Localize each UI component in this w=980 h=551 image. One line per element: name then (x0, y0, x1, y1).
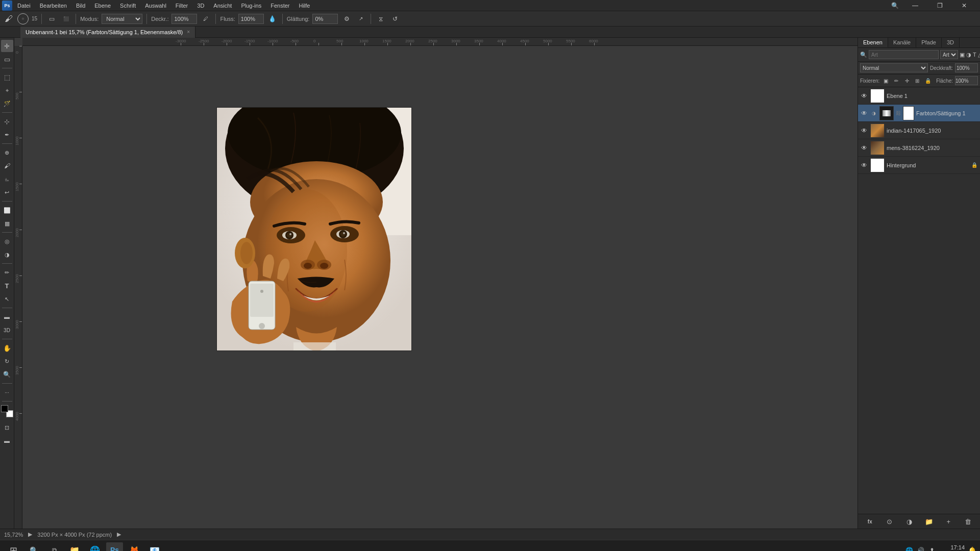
tray-network-icon[interactable]: 🌐 (905, 546, 914, 552)
brush-tool[interactable]: 🖌 (1, 160, 13, 172)
symmetry-btn[interactable]: ⧖ (375, 13, 386, 24)
taskbar-app-explorer[interactable]: 📁 (65, 542, 84, 552)
shape-tool[interactable]: ▬ (1, 311, 13, 323)
healing-tool[interactable]: ⊕ (1, 146, 13, 159)
blend-mode-select[interactable]: Normal (860, 63, 928, 72)
lock-gradient-btn[interactable]: ✏ (892, 76, 901, 85)
layer-filter-input[interactable] (869, 50, 939, 59)
layer-new-btn[interactable]: + (943, 516, 953, 527)
tab-close-btn[interactable]: × (187, 29, 190, 35)
pen-tool[interactable]: ✏ (1, 266, 13, 279)
lock-all-btn[interactable]: 🔒 (924, 76, 933, 85)
artboard-tool[interactable]: ▭ (1, 53, 13, 65)
taskbar-app-ps[interactable]: Ps (106, 542, 123, 552)
lasso-tool[interactable]: ⌖ (1, 84, 13, 96)
menu-fenster[interactable]: Fenster (266, 2, 293, 10)
layer-visibility-toggle[interactable]: 👁 (860, 161, 868, 169)
quick-select-tool[interactable]: 🪄 (1, 97, 13, 110)
fluss-input[interactable] (238, 14, 264, 24)
menu-bearbeiten[interactable]: Bearbeiten (36, 2, 71, 10)
layer-item[interactable]: 👁 ◑ ⛓ Farbton/Sättigung 1 (858, 105, 980, 122)
layer-adjustment-btn[interactable]: ◑ (904, 516, 914, 527)
brush-preset-dots[interactable]: ⬛ (60, 13, 71, 24)
glattung-input[interactable] (312, 14, 338, 24)
foreground-color-swatch[interactable] (1, 405, 8, 412)
brush-preset-btn[interactable]: ▭ (46, 13, 57, 24)
path-select-tool[interactable]: ↖ (1, 293, 13, 305)
taskbar-app-edge[interactable]: 🌐 (86, 542, 104, 552)
tray-battery-icon[interactable]: ⬆ (928, 546, 936, 552)
lock-position-btn[interactable]: ✛ (902, 76, 911, 85)
layer-visibility-toggle[interactable]: 👁 (860, 144, 868, 152)
flache-input[interactable] (955, 76, 978, 85)
dodge-tool[interactable]: ◑ (1, 248, 13, 261)
menu-schrift[interactable]: Schrift (116, 2, 140, 10)
3d-tool[interactable]: 3D (1, 324, 13, 336)
status-arrow[interactable]: ▶ (28, 531, 32, 538)
layer-fx-btn[interactable]: fx (865, 516, 875, 527)
minimize-button[interactable]: — (903, 0, 927, 11)
notification-icon[interactable]: 🔔 (968, 546, 976, 552)
history-brush-tool[interactable]: ↩ (1, 186, 13, 198)
menu-3d[interactable]: 3D (193, 2, 208, 10)
menu-bild[interactable]: Bild (72, 2, 89, 10)
marquee-tool[interactable]: ⬚ (1, 71, 13, 83)
layer-visibility-toggle[interactable]: 👁 (860, 109, 868, 117)
maximize-button[interactable]: ❐ (928, 0, 951, 11)
tray-volume-icon[interactable]: 🔊 (917, 546, 925, 552)
rotate-view-tool[interactable]: ↻ (1, 355, 13, 367)
move-tool[interactable]: ✛ (1, 40, 13, 52)
layer-item[interactable]: 👁 mens-3816224_1920 (858, 139, 980, 157)
panel-tab-ebenen[interactable]: Ebenen (858, 38, 888, 47)
deckraft-input[interactable] (172, 14, 197, 24)
deckkraft-input[interactable] (955, 63, 978, 72)
screen-mode-btn[interactable]: ▬ (1, 435, 13, 447)
panel-tab-pfade[interactable]: Pfade (916, 38, 942, 47)
layer-visibility-toggle[interactable]: 👁 (860, 92, 868, 100)
layer-filter-shape-btn[interactable]: △ (978, 49, 980, 60)
taskbar-taskview-btn[interactable]: ⧉ (45, 541, 63, 552)
angle-icon[interactable]: ↗ (355, 13, 366, 24)
brush-icon[interactable]: 🖌 (3, 13, 14, 24)
layer-visibility-toggle[interactable]: 👁 (860, 127, 868, 135)
gradient-tool[interactable]: ▦ (1, 217, 13, 230)
eyedropper-tool[interactable]: ✒ (1, 129, 13, 141)
menu-ansicht[interactable]: Ansicht (209, 2, 236, 10)
menu-filter[interactable]: Filter (172, 2, 192, 10)
crop-tool[interactable]: ⊹ (1, 115, 13, 128)
panel-tab-3d[interactable]: 3D (942, 38, 960, 47)
layer-filter-pixel-btn[interactable]: ▣ (960, 49, 965, 60)
type-tool[interactable]: T (1, 280, 13, 292)
layer-type-select[interactable]: Art (940, 50, 958, 59)
color-selector[interactable] (1, 405, 13, 417)
close-button[interactable]: ✕ (952, 0, 976, 11)
airbrush-icon[interactable]: 💧 (267, 13, 278, 24)
canvas-container[interactable] (22, 46, 857, 529)
panel-tab-kanale[interactable]: Kanäle (888, 38, 916, 47)
status-arrow-2[interactable]: ▶ (117, 531, 121, 538)
extra-tools-btn[interactable]: ··· (1, 386, 13, 398)
clock-time[interactable]: 17:14 27.01.2021 (939, 544, 965, 551)
layer-item[interactable]: 👁 Hintergrund 🔒 (858, 157, 980, 174)
modus-select[interactable]: Normal (102, 14, 142, 24)
layer-item[interactable]: 👁 indian-1417065_1920 (858, 122, 980, 139)
taskbar-search-btn[interactable]: 🔍 (24, 541, 43, 552)
menu-hilfe[interactable]: Hilfe (295, 2, 314, 10)
lock-pixel-btn[interactable]: ▣ (881, 76, 890, 85)
deckraft-icon[interactable]: 🖊 (200, 13, 211, 24)
stamp-tool[interactable]: ⎁ (1, 173, 13, 185)
layer-item[interactable]: 👁 Ebene 1 (858, 87, 980, 105)
taskbar-app-3[interactable]: 📧 (145, 542, 164, 552)
menu-datei[interactable]: Datei (13, 2, 35, 10)
quick-mask-btn[interactable]: ⊡ (1, 421, 13, 434)
lock-artboard-btn[interactable]: ⊞ (913, 76, 922, 85)
taskbar-app-firefox[interactable]: 🦊 (125, 542, 143, 552)
glattung-settings-btn[interactable]: ⚙ (341, 13, 352, 24)
menu-plugins[interactable]: Plug-ins (237, 2, 265, 10)
tab-active[interactable]: Unbenannt-1 bei 15,7% (Farbton/Sättigung… (20, 27, 195, 38)
color-rotation-btn[interactable]: ↺ (389, 13, 401, 24)
layer-delete-btn[interactable]: 🗑 (963, 516, 973, 527)
menu-ebene[interactable]: Ebene (90, 2, 115, 10)
layer-add-mask-btn[interactable]: ⊙ (885, 516, 895, 527)
eraser-tool[interactable]: ⬜ (1, 204, 13, 216)
